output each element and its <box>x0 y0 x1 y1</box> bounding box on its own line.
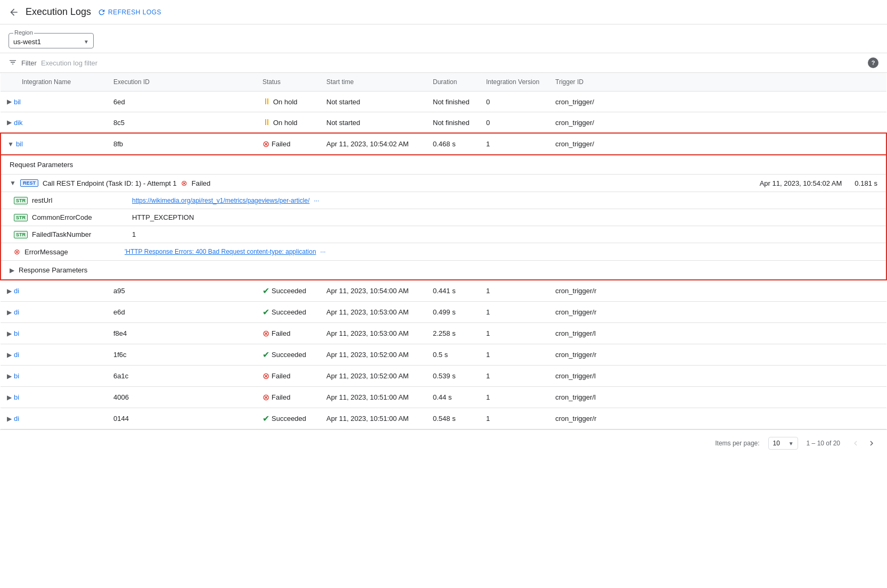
table-row: ▶ bi 6a1c ⊗ Failed Apr 11, 2023, 10:52:0… <box>1 366 886 387</box>
per-page-select[interactable]: 5 10 25 50 <box>768 437 798 450</box>
duration-cell: Not finished <box>426 92 480 112</box>
integration-link[interactable]: bil <box>16 140 23 148</box>
page-title: Execution Logs <box>26 6 91 18</box>
refresh-button[interactable]: REFRESH LOGS <box>97 8 161 16</box>
duration-cell: 0.539 s <box>426 366 480 387</box>
refresh-label: REFRESH LOGS <box>108 9 161 16</box>
trigger-cell: cron_trigger/ <box>549 133 886 155</box>
param-value-errormsg[interactable]: 'HTTP Response Errors: 400 Bad Request c… <box>125 248 316 255</box>
status-cell: ⊗ Failed <box>256 133 320 155</box>
integration-cell: ▶ bi <box>1 387 107 408</box>
chevron-down-icon: ▼ <box>84 39 89 45</box>
integration-link[interactable]: di <box>14 308 19 316</box>
row-expand-icon[interactable]: ▶ <box>7 119 12 126</box>
status-cell: ⏸ On hold <box>256 112 320 134</box>
integration-link[interactable]: di <box>14 287 19 295</box>
status-cell: ✔ Succeeded <box>256 408 320 429</box>
row-expand-icon[interactable]: ▶ <box>7 330 12 337</box>
failed-icon: ⊗ <box>262 371 269 381</box>
execution-id-cell: 6ed <box>107 92 256 112</box>
param-key-tasknumber: FailedlTaskNumber <box>32 230 128 238</box>
integration-cell: ▼ bil <box>1 133 107 155</box>
back-button[interactable] <box>9 7 19 18</box>
execution-id-cell: a95 <box>107 280 256 302</box>
row-expand-icon[interactable]: ▶ <box>7 394 12 401</box>
starttime-cell: Apr 11, 2023, 10:53:00 AM <box>320 302 426 323</box>
duration-cell: 0.5 s <box>426 344 480 366</box>
pagination-next-button[interactable] <box>865 436 878 450</box>
header: Execution Logs REFRESH LOGS <box>0 0 887 24</box>
row-expand-icon[interactable]: ▶ <box>7 309 12 316</box>
duration-cell: 0.44 s <box>426 387 480 408</box>
response-expand-icon[interactable]: ▶ <box>10 267 14 274</box>
integration-cell: ▶ di <box>1 280 107 302</box>
pagination-range: 1 – 10 of 20 <box>807 440 840 447</box>
str-type-badge-3: STR <box>14 231 28 238</box>
pagination: Items per page: 5 10 25 50 ▼ 1 – 10 of 2… <box>0 429 887 457</box>
region-label: Region <box>13 29 34 36</box>
onhold-icon: ⏸ <box>262 97 271 106</box>
status-cell: ⊗ Failed <box>256 323 320 344</box>
rest-failed-icon: ⊗ <box>181 179 187 187</box>
row-collapse-icon[interactable]: ▼ <box>7 140 14 148</box>
integration-link[interactable]: di <box>14 351 19 359</box>
region-section: Region us-west1 ▼ <box>0 24 887 53</box>
version-cell: 1 <box>480 133 549 155</box>
status-cell: ⊗ Failed <box>256 387 320 408</box>
integration-link[interactable]: bil <box>14 98 21 106</box>
row-expand-icon[interactable]: ▶ <box>7 415 12 423</box>
region-value: us-west1 <box>13 38 41 46</box>
expanded-response-params-row: ▶ Response Parameters <box>1 261 886 280</box>
execution-id-cell: 8fb <box>107 133 256 155</box>
request-params-label: Request Parameters <box>10 161 73 169</box>
execution-id-cell: 4006 <box>107 387 256 408</box>
failed-icon: ⊗ <box>262 139 269 149</box>
col-header-execution: Execution ID <box>107 73 256 92</box>
execution-id-cell: 6a1c <box>107 366 256 387</box>
expanded-request-params-header-row: Request Parameters <box>1 155 886 175</box>
row-expand-icon[interactable]: ▶ <box>7 372 12 380</box>
duration-cell: 0.499 s <box>426 302 480 323</box>
integration-cell: ▶ di <box>1 344 107 366</box>
row-expand-icon[interactable]: ▶ <box>7 351 12 359</box>
integration-link[interactable]: bi <box>14 329 19 337</box>
execution-id-cell: f8e4 <box>107 323 256 344</box>
integration-cell: ▶ dik <box>1 112 107 134</box>
succeeded-icon: ✔ <box>262 286 269 296</box>
help-icon[interactable]: ? <box>868 57 878 68</box>
param-value-errorcode: HTTP_EXCEPTION <box>132 213 194 221</box>
version-cell: 1 <box>480 344 549 366</box>
succeeded-icon: ✔ <box>262 413 269 424</box>
integration-cell: ▶ di <box>1 408 107 429</box>
ellipsis-icon-resturl[interactable]: ··· <box>314 197 319 204</box>
onhold-icon: ⏸ <box>262 118 271 127</box>
ellipsis-icon-errormsg[interactable]: ··· <box>321 248 326 255</box>
region-select[interactable]: us-west1 ▼ <box>13 36 89 46</box>
integration-cell: ▶ di <box>1 302 107 323</box>
integration-link[interactable]: bi <box>14 393 19 401</box>
row-expand-icon[interactable]: ▶ <box>7 287 12 295</box>
row-expand-icon[interactable]: ▶ <box>7 98 12 105</box>
str-type-badge-1: STR <box>14 197 28 204</box>
version-cell: 0 <box>480 92 549 112</box>
table-row: ▶ di a95 ✔ Succeeded Apr 11, 2023, 10:54… <box>1 280 886 302</box>
region-select-wrapper[interactable]: Region us-west1 ▼ <box>9 33 94 48</box>
version-cell: 0 <box>480 112 549 134</box>
duration-cell: 0.441 s <box>426 280 480 302</box>
trigger-cell: cron_trigger/l <box>549 366 886 387</box>
starttime-cell: Apr 11, 2023, 10:52:00 AM <box>320 366 426 387</box>
integration-link[interactable]: dik <box>14 119 23 127</box>
param-key-resturl: restUrl <box>32 196 128 204</box>
param-value-resturl[interactable]: https://wikimedia.org/api/rest_v1/metric… <box>132 197 309 204</box>
integration-link[interactable]: bi <box>14 372 19 380</box>
integration-link[interactable]: di <box>14 415 19 423</box>
table-row: ▶ bil 6ed ⏸ On hold Not started Not fini… <box>1 92 886 112</box>
rest-row-collapse-icon[interactable]: ▼ <box>10 179 16 187</box>
filter-input[interactable]: Execution log filter <box>41 59 864 67</box>
pagination-prev-button[interactable] <box>849 436 863 450</box>
rest-row-label: Call REST Endpoint (Task ID: 1) - Attemp… <box>43 179 177 187</box>
trigger-cell: cron_trigger/ <box>549 92 886 112</box>
col-header-trigger: Trigger ID <box>549 73 886 92</box>
trigger-cell: cron_trigger/l <box>549 323 886 344</box>
succeeded-icon: ✔ <box>262 350 269 360</box>
